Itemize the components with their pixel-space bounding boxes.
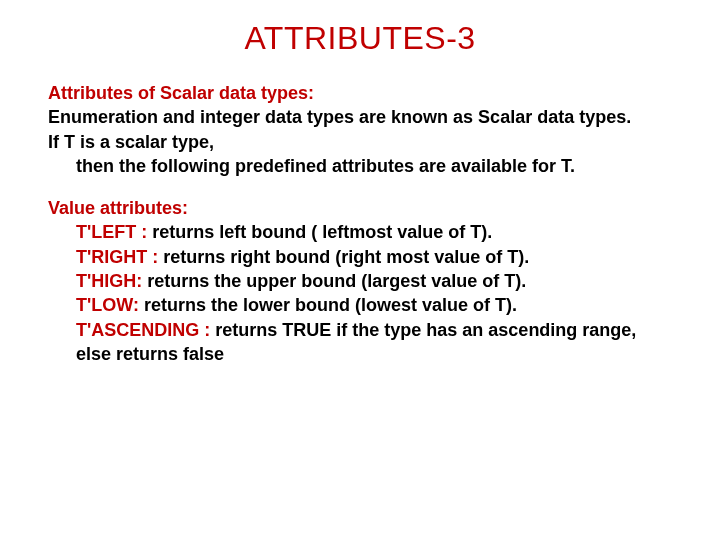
section-value-attributes: Value attributes: T'LEFT : returns left … bbox=[48, 196, 672, 366]
value-attrs-list: T'LEFT : returns left bound ( leftmost v… bbox=[48, 220, 672, 366]
attr-label: T'RIGHT : bbox=[76, 247, 158, 267]
scalar-line-3: then the following predefined attributes… bbox=[48, 154, 672, 178]
attr-text: returns the lower bound (lowest value of… bbox=[139, 295, 517, 315]
slide: ATTRIBUTES-3 Attributes of Scalar data t… bbox=[0, 0, 720, 540]
scalar-line-1: Enumeration and integer data types are k… bbox=[48, 105, 672, 129]
slide-title: ATTRIBUTES-3 bbox=[48, 20, 672, 57]
attr-item: T'LOW: returns the lower bound (lowest v… bbox=[76, 293, 672, 317]
slide-body: Attributes of Scalar data types: Enumera… bbox=[48, 81, 672, 366]
attr-label: T'LOW: bbox=[76, 295, 139, 315]
scalar-heading: Attributes of Scalar data types: bbox=[48, 81, 672, 105]
attr-item: T'RIGHT : returns right bound (right mos… bbox=[76, 245, 672, 269]
attr-label: T'LEFT : bbox=[76, 222, 147, 242]
attr-item: T'LEFT : returns left bound ( leftmost v… bbox=[76, 220, 672, 244]
attr-label: T'HIGH: bbox=[76, 271, 142, 291]
attr-text: returns the upper bound (largest value o… bbox=[142, 271, 526, 291]
attr-item: T'ASCENDING : returns TRUE if the type h… bbox=[76, 318, 672, 367]
attr-label: T'ASCENDING : bbox=[76, 320, 210, 340]
attr-text: returns right bound (right most value of… bbox=[158, 247, 529, 267]
attr-item: T'HIGH: returns the upper bound (largest… bbox=[76, 269, 672, 293]
scalar-line-2: If T is a scalar type, bbox=[48, 130, 672, 154]
attr-text: returns left bound ( leftmost value of T… bbox=[147, 222, 492, 242]
value-attrs-heading: Value attributes: bbox=[48, 196, 672, 220]
section-scalar-types: Attributes of Scalar data types: Enumera… bbox=[48, 81, 672, 178]
